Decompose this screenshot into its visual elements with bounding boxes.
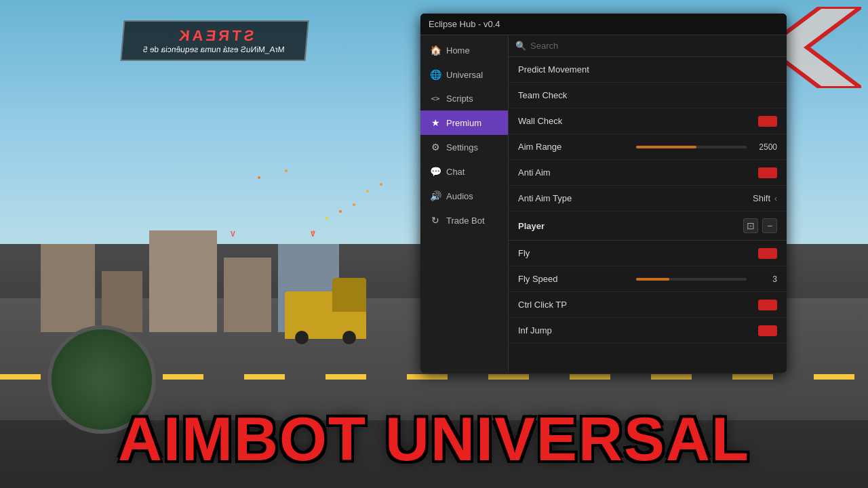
sidebar-label-audios: Audios — [446, 191, 473, 201]
spark-8 — [258, 176, 260, 179]
search-icon: 🔍 — [515, 41, 526, 51]
gui-titlebar: Eclipse Hub - v0.4 — [420, 14, 787, 35]
truck — [285, 278, 366, 339]
search-bar: 🔍 — [509, 35, 787, 57]
player-label-1: V — [231, 230, 235, 238]
player-label-2: V — [311, 230, 315, 238]
universal-icon: 🌐 — [430, 69, 441, 80]
anti-aim-type-label: Anti Aim Type — [518, 193, 753, 203]
sidebar-label-universal: Universal — [446, 70, 483, 80]
wall-check-row: Wall Check — [509, 108, 787, 134]
spark-1 — [353, 203, 355, 206]
spark-2 — [366, 190, 369, 192]
truck-cab — [332, 278, 366, 312]
gui-panel: Eclipse Hub - v0.4 🏠 Home 🌐 Universal <>… — [420, 14, 787, 373]
gui-content: 🔍 Predict Movement Team Check Wall Check… — [509, 35, 787, 373]
fly-speed-row: Fly Speed 3 — [509, 266, 787, 292]
streak-title: STREAK — [143, 27, 286, 45]
anti-aim-label: Anti Aim — [518, 167, 758, 178]
sidebar-item-settings[interactable]: ⚙ Settings — [420, 135, 508, 159]
building-1 — [41, 244, 95, 332]
section-minus-btn[interactable]: − — [762, 218, 777, 233]
home-icon: 🏠 — [430, 45, 441, 56]
gui-title-text: Eclipse Hub - v0.4 — [429, 19, 500, 29]
spark-5 — [326, 217, 328, 220]
team-check-label: Team Check — [518, 90, 777, 100]
spark-3 — [339, 210, 342, 213]
building-4 — [224, 258, 271, 332]
audios-icon: 🔊 — [430, 190, 441, 201]
aim-range-value: 2500 — [753, 142, 777, 152]
settings-icon: ⚙ — [430, 142, 441, 152]
chat-icon: 💬 — [430, 166, 441, 177]
ctrl-click-tp-toggle[interactable] — [758, 300, 777, 310]
scripts-icon: <> — [430, 94, 441, 103]
sidebar-item-home[interactable]: 🏠 Home — [420, 38, 508, 62]
inf-jump-toggle[interactable] — [758, 325, 777, 336]
building-3 — [149, 230, 217, 332]
fly-label: Fly — [518, 248, 758, 258]
section-expand-btn[interactable]: ⊡ — [743, 218, 758, 233]
inf-jump-label: Inf Jump — [518, 325, 758, 336]
truck-wheel-1 — [295, 331, 309, 344]
sidebar-label-chat: Chat — [446, 167, 465, 177]
bottom-title: AIMBOT UNIVERSAL — [0, 405, 868, 474]
aim-range-label: Aim Range — [518, 142, 629, 152]
fly-speed-slider[interactable] — [636, 278, 747, 281]
aim-range-row: Aim Range 2500 — [509, 134, 787, 160]
predict-movement-row: Predict Movement — [509, 57, 787, 83]
sidebar-label-scripts: Scripts — [446, 94, 473, 104]
sidebar-item-chat[interactable]: 💬 Chat — [420, 159, 508, 184]
section-controls: ⊡ − — [743, 218, 777, 233]
sidebar-item-audios[interactable]: 🔊 Audios — [420, 184, 508, 208]
premium-icon: ★ — [430, 117, 441, 128]
inf-jump-row: Inf Jump — [509, 318, 787, 344]
streak-banner: STREAK MrA_MiNuS está numa sequência de … — [120, 20, 309, 61]
fly-speed-value: 3 — [753, 274, 777, 284]
sidebar-item-scripts[interactable]: <> Scripts — [420, 87, 508, 110]
ctrl-click-tp-row: Ctrl Click TP — [509, 292, 787, 318]
sidebar-item-tradebot[interactable]: ↻ Trade Bot — [420, 208, 508, 232]
anti-aim-toggle[interactable] — [758, 167, 777, 178]
search-input[interactable] — [530, 41, 780, 51]
anti-aim-type-row: Anti Aim Type Shift ‹ — [509, 186, 787, 211]
gui-body: 🏠 Home 🌐 Universal <> Scripts ★ Premium … — [420, 35, 787, 373]
fly-speed-fill — [636, 278, 669, 281]
spark-4 — [380, 183, 382, 186]
wall-check-label: Wall Check — [518, 116, 758, 126]
predict-movement-label: Predict Movement — [518, 64, 777, 75]
sidebar-item-premium[interactable]: ★ Premium — [420, 110, 508, 135]
fly-toggle[interactable] — [758, 248, 777, 259]
player-section-header: Player ⊡ − — [509, 211, 787, 241]
anti-aim-row: Anti Aim — [509, 160, 787, 186]
aim-range-fill — [636, 146, 697, 148]
player-section-label: Player — [518, 221, 743, 231]
spark-6 — [285, 169, 288, 172]
truck-wheel-2 — [342, 331, 356, 344]
sidebar-label-home: Home — [446, 45, 470, 56]
aim-range-slider[interactable] — [636, 146, 747, 148]
sidebar-label-tradebot: Trade Bot — [446, 216, 485, 226]
fly-speed-label: Fly Speed — [518, 274, 629, 284]
ctrl-click-tp-label: Ctrl Click TP — [518, 300, 758, 310]
anti-aim-type-arrow[interactable]: ‹ — [774, 194, 777, 203]
fly-row: Fly — [509, 241, 787, 266]
sidebar-label-premium: Premium — [446, 118, 481, 128]
building-2 — [102, 271, 142, 332]
sidebar-item-universal[interactable]: 🌐 Universal — [420, 62, 508, 87]
team-check-row: Team Check — [509, 83, 787, 108]
gui-sidebar: 🏠 Home 🌐 Universal <> Scripts ★ Premium … — [420, 35, 509, 373]
anti-aim-type-value: Shift — [753, 193, 770, 203]
wall-check-toggle[interactable] — [758, 116, 777, 127]
streak-sub: MrA_MiNuS está numa sequência de 5 — [142, 45, 285, 54]
tradebot-icon: ↻ — [430, 215, 441, 226]
sidebar-label-settings: Settings — [446, 142, 478, 152]
